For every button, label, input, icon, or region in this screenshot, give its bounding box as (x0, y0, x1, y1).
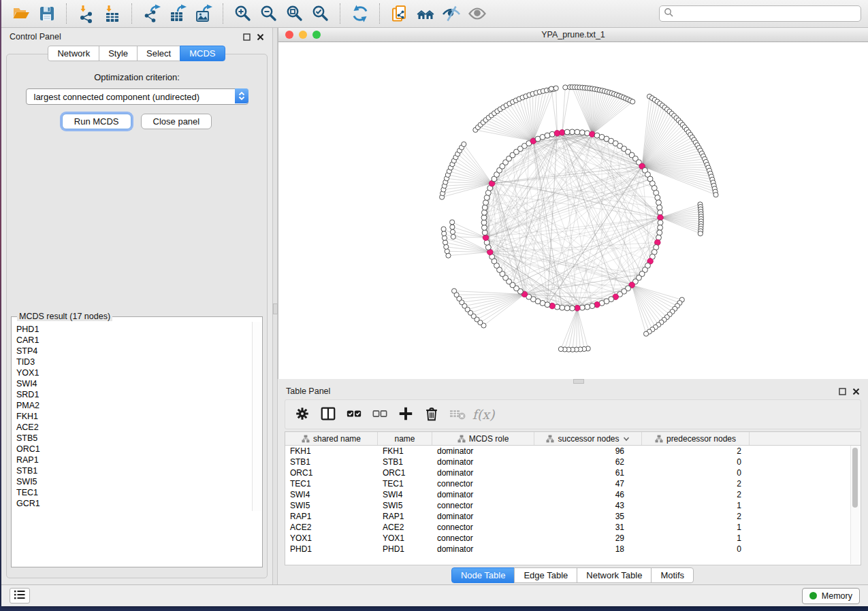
import-table-button[interactable] (101, 3, 124, 24)
table-cell: 62 (534, 457, 642, 467)
mcds-result-item[interactable]: ORC1 (16, 444, 248, 455)
mcds-result-item[interactable]: GCR1 (16, 498, 248, 509)
search-input[interactable] (677, 8, 856, 19)
mcds-result-item[interactable]: FKH1 (16, 411, 248, 422)
sort-desc-icon (623, 436, 630, 442)
mcds-result-item[interactable]: PMA2 (16, 400, 248, 411)
table-row[interactable]: STB1STB1dominator620 (285, 457, 861, 467)
table-cell: 1 (642, 522, 750, 533)
table-panel-titlebar: Table Panel (285, 383, 861, 399)
mcds-result-item[interactable]: SRD1 (16, 389, 248, 400)
export-network-button[interactable] (140, 3, 163, 24)
float-panel-button[interactable] (243, 33, 251, 41)
table-row[interactable]: YOX1YOX1connector291 (285, 533, 861, 544)
open-session-button[interactable] (10, 3, 33, 24)
show-columns-button[interactable] (318, 404, 338, 425)
mcds-result-scrollbar[interactable] (252, 322, 261, 511)
zoom-selected-button[interactable] (309, 3, 332, 24)
table-row[interactable]: SWI5SWI5connector431 (285, 500, 861, 511)
mcds-result-item[interactable]: STP4 (16, 346, 248, 357)
tab-mcds[interactable]: MCDS (180, 46, 225, 61)
save-session-button[interactable] (35, 3, 59, 24)
splitter-grip[interactable] (573, 379, 584, 384)
clear-table-button[interactable] (447, 404, 468, 425)
export-table-button[interactable] (166, 3, 189, 24)
tab-style[interactable]: Style (99, 46, 138, 61)
mcds-result-item[interactable]: PHD1 (16, 324, 248, 335)
column-header-name[interactable]: name (378, 432, 432, 445)
column-header-successor-nodes[interactable]: successor nodes (534, 432, 642, 445)
tab-node-table[interactable]: Node Table (451, 567, 515, 583)
mcds-result-item[interactable]: SWI4 (16, 378, 248, 389)
zoom-fit-button[interactable] (283, 3, 306, 24)
function-builder-button[interactable]: f(x) (473, 404, 494, 425)
horizontal-splitter[interactable] (278, 379, 868, 383)
tab-motifs[interactable]: Motifs (651, 567, 694, 583)
mcds-result-item[interactable]: STB5 (16, 433, 248, 444)
network-canvas[interactable] (278, 42, 868, 379)
close-table-panel-button[interactable] (852, 388, 860, 395)
tab-network-table[interactable]: Network Table (577, 567, 652, 583)
mcds-result-item[interactable]: SWI5 (16, 476, 248, 487)
mcds-result-item[interactable]: TEC1 (16, 487, 248, 498)
export-image-button[interactable] (192, 3, 215, 24)
table-cell: ACE2 (285, 522, 378, 533)
splitter-grip[interactable] (273, 303, 278, 314)
mcds-result-item[interactable]: ACE2 (16, 422, 248, 433)
trash-icon (423, 406, 440, 424)
close-panel-icon-button[interactable] (257, 33, 264, 41)
network-from-document-button[interactable] (388, 3, 411, 24)
table-row[interactable]: FKH1FKH1dominator962 (285, 446, 861, 457)
column-header-shared-name[interactable]: shared name (285, 432, 378, 445)
home-networks-button[interactable] (414, 3, 437, 24)
mcds-result-item[interactable]: RAP1 (16, 455, 248, 465)
mcds-result-item[interactable]: CAR1 (16, 335, 248, 346)
vertical-splitter[interactable] (272, 28, 278, 584)
window-close-button[interactable] (285, 31, 293, 39)
window-minimize-button[interactable] (299, 31, 307, 39)
table-row[interactable]: SWI4SWI4dominator462 (285, 489, 861, 500)
zoom-in-button[interactable] (231, 3, 255, 24)
node-table: shared name name MCDS role successor nod… (285, 431, 861, 565)
tab-network[interactable]: Network (48, 46, 99, 61)
float-table-panel-button[interactable] (839, 388, 846, 395)
run-mcds-button[interactable]: Run MCDS (62, 114, 131, 129)
refresh-icon (351, 4, 370, 23)
export-network-icon (142, 4, 161, 23)
close-panel-button[interactable]: Close panel (141, 114, 212, 129)
tab-select[interactable]: Select (137, 46, 180, 61)
table-row[interactable]: ACE2ACE2connector311 (285, 522, 861, 533)
zoom-out-button[interactable] (257, 3, 280, 24)
table-row[interactable]: ORC1ORC1dominator610 (285, 467, 861, 478)
deselect-all-button[interactable] (370, 404, 390, 425)
mcds-result-item[interactable]: YOX1 (16, 367, 248, 378)
column-header-predecessor-nodes[interactable]: predecessor nodes (642, 432, 750, 445)
table-row[interactable]: TEC1TEC1connector472 (285, 478, 861, 489)
hide-selected-button[interactable] (440, 3, 463, 24)
optimization-criterion-select[interactable]: largest connected component (undirected) (26, 88, 248, 105)
refresh-button[interactable] (349, 3, 372, 24)
tab-edge-table[interactable]: Edge Table (514, 567, 577, 583)
mcds-result-title: MCDS result (17 nodes) (17, 312, 112, 321)
show-selected-button[interactable] (466, 3, 489, 24)
table-row[interactable]: PHD1PHD1dominator180 (285, 544, 861, 555)
add-row-button[interactable] (396, 404, 416, 425)
memory-button[interactable]: Memory (802, 588, 860, 604)
window-zoom-button[interactable] (312, 31, 321, 39)
control-panel: Control Panel Network Style Select MCDS … (1, 28, 272, 584)
table-row[interactable]: RAP1RAP1dominator352 (285, 511, 861, 522)
table-toolbar: f(x) (285, 399, 861, 429)
import-network-button[interactable] (75, 3, 98, 24)
table-cell: dominator (432, 511, 534, 522)
table-settings-button[interactable] (292, 404, 312, 425)
mcds-result-item[interactable]: STB1 (16, 465, 248, 476)
table-cell: 61 (534, 467, 642, 478)
table-scrollbar-thumb[interactable] (852, 448, 858, 508)
task-history-button[interactable] (10, 588, 30, 604)
hierarchy-icon (302, 435, 310, 443)
mcds-result-item[interactable]: TID3 (16, 357, 248, 367)
column-header-mcds-role[interactable]: MCDS role (432, 432, 534, 445)
table-scrollbar[interactable] (850, 446, 860, 564)
select-all-button[interactable] (344, 404, 364, 425)
delete-rows-button[interactable] (421, 404, 442, 425)
